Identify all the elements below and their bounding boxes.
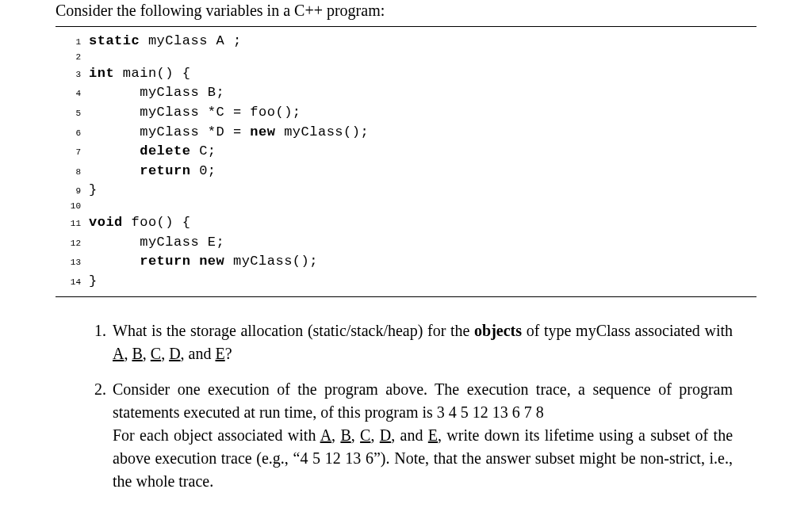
code-text: return 0;: [89, 162, 216, 181]
code-line: 7 delete C;: [56, 142, 756, 162]
code-text: void foo() {: [89, 213, 190, 233]
line-number: 5: [56, 108, 89, 120]
line-number: 4: [56, 88, 89, 101]
code-line: 4 myClass B;: [56, 83, 756, 103]
question-list: 1. What is the storage allocation (stati…: [56, 319, 756, 493]
question-number: 2.: [79, 378, 113, 493]
line-number: 9: [56, 185, 89, 198]
line-number: 13: [56, 257, 89, 269]
code-text: int main() {: [89, 64, 190, 84]
code-line: 6 myClass *D = new myClass();: [56, 123, 756, 143]
line-number: 10: [56, 201, 89, 213]
code-text: }: [89, 272, 98, 292]
question-body: What is the storage allocation (static/s…: [113, 319, 733, 365]
code-line: 3 int main() {: [56, 64, 756, 84]
line-number: 7: [56, 147, 89, 159]
code-line: 9 }: [56, 181, 756, 201]
code-text: myClass *D = new myClass();: [89, 123, 369, 143]
line-number: 11: [56, 218, 89, 231]
code-text: myClass E;: [89, 233, 224, 253]
line-number: 1: [56, 36, 89, 49]
code-text: myClass B;: [89, 83, 224, 103]
code-line: 12 myClass E;: [56, 233, 756, 253]
code-text: myClass *C = foo();: [89, 103, 301, 123]
intro-text: Consider the following variables in a C+…: [56, 2, 756, 20]
code-line: 14 }: [56, 272, 756, 292]
code-text: static myClass A ;: [89, 32, 242, 52]
question-body: Consider one execution of the program ab…: [113, 378, 733, 493]
code-text: delete C;: [89, 142, 216, 162]
code-line: 10: [56, 201, 756, 213]
line-number: 6: [56, 128, 89, 140]
code-text: }: [89, 181, 98, 201]
question-1: 1. What is the storage allocation (stati…: [79, 319, 733, 365]
code-line: 1 static myClass A ;: [56, 32, 756, 52]
code-text: return new myClass();: [89, 252, 318, 272]
code-listing: 1 static myClass A ; 2 3 int main() { 4 …: [56, 26, 756, 297]
question-number: 1.: [79, 319, 113, 365]
code-line: 8 return 0;: [56, 162, 756, 181]
code-line: 13 return new myClass();: [56, 252, 756, 272]
code-line: 5 myClass *C = foo();: [56, 103, 756, 123]
line-number: 14: [56, 277, 89, 289]
page-root: Consider the following variables in a C+…: [0, 2, 812, 493]
line-number: 2: [56, 52, 89, 64]
question-2: 2. Consider one execution of the program…: [79, 378, 733, 493]
code-line: 2: [56, 52, 756, 64]
line-number: 12: [56, 238, 89, 250]
line-number: 3: [56, 69, 89, 82]
code-line: 11 void foo() {: [56, 213, 756, 233]
line-number: 8: [56, 166, 89, 179]
